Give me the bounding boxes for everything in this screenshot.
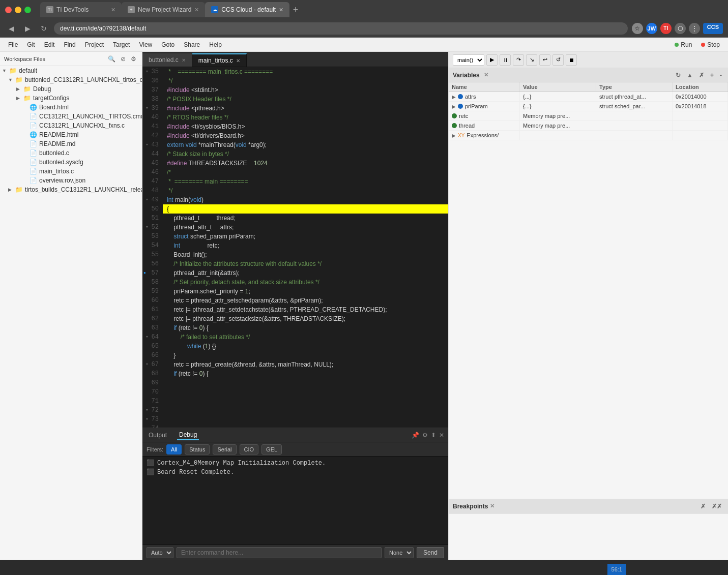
variables-delete-btn[interactable]: ✗ <box>697 71 706 79</box>
bp-delete-all-btn[interactable]: ✗✗ <box>710 502 724 510</box>
tree-item-buttonledc[interactable]: 📄 buttonled.c <box>0 148 142 158</box>
back-button[interactable]: ◀ <box>5 22 17 35</box>
tab-1-close[interactable]: ✕ <box>111 7 115 13</box>
code-line-78[interactable]: retc = pthread_create(&thread, &attrs, m… <box>163 360 448 369</box>
maximize-button[interactable] <box>24 7 31 13</box>
code-line-65[interactable]: /* Initialize the attributes structure w… <box>163 259 448 268</box>
editor-tab-maintirtos[interactable]: main_tirtos.c ✕ <box>192 53 247 67</box>
code-line-38[interactable]: #include <stdint.h> <box>163 85 448 95</box>
code-line-57[interactable]: { <box>163 204 448 214</box>
code-line-79[interactable]: if (retc != 0) { <box>163 369 448 378</box>
fold-indicator-67[interactable]: ▾ <box>145 360 148 369</box>
fold-indicator-73[interactable]: ▾ <box>145 415 148 424</box>
tree-item-buttonled[interactable]: ▼ 📁 buttonled_CC1312R1_LAUNCHXL_tirtos_c… <box>0 75 142 84</box>
auto-select[interactable]: Auto <box>147 547 173 558</box>
new-tab-button[interactable]: + <box>289 4 302 16</box>
code-line-60[interactable]: struct sched_param priParam; <box>163 232 448 241</box>
code-line-58[interactable]: pthread_t thread; <box>163 214 448 223</box>
code-line-63[interactable]: Board_init(); <box>163 250 448 259</box>
sidebar-settings-btn[interactable]: ⚙ <box>129 55 138 63</box>
code-line-56[interactable]: int main(void) <box>163 195 448 204</box>
tree-item-maintirtosc[interactable]: 📄 main_tirtos.c <box>0 167 142 176</box>
code-line-35[interactable]: * ======== main_tirtos.c ======== <box>163 67 448 76</box>
variables-minus-btn[interactable]: - <box>718 71 724 79</box>
code-line-51[interactable]: #define THREADSTACKSIZE 1024 <box>163 159 448 168</box>
debug-resume-btn[interactable]: ▶ <box>486 54 498 66</box>
tree-item-tirtos-cmd[interactable]: 📄 CC1312R1_LAUNCHXL_TIRTOS.cmd <box>0 112 142 121</box>
fold-indicator-39[interactable]: ▾ <box>145 104 148 113</box>
debug-terminate-btn[interactable]: ⏹ <box>566 54 577 66</box>
menu-view[interactable]: View <box>135 40 156 49</box>
code-line-70[interactable]: retc = pthread_attr_setschedparam(&attrs… <box>163 296 448 305</box>
code-line-68[interactable]: /* Set priority, detach state, and stack… <box>163 278 448 287</box>
tree-item-debug[interactable]: ▶ 📁 Debug <box>0 84 142 94</box>
code-line-61[interactable]: int retc; <box>163 241 448 250</box>
editor-tab-buttonled[interactable]: buttonled.c ✕ <box>142 53 192 67</box>
code-line-75[interactable]: while (1) {} <box>163 342 448 351</box>
tree-item-overviewrov[interactable]: 📄 overview.rov.json <box>0 176 142 185</box>
code-line-54[interactable]: * ======== main ======== <box>163 177 448 186</box>
none-select[interactable]: None <box>385 547 414 558</box>
profile-icon-2[interactable]: TI <box>660 23 672 34</box>
variables-add-btn[interactable]: + <box>708 71 716 79</box>
menu-project[interactable]: Project <box>81 40 108 49</box>
run-button[interactable]: Run <box>671 40 696 49</box>
code-line-53[interactable]: /* <box>163 168 448 177</box>
menu-goto[interactable]: Goto <box>157 40 179 49</box>
menu-target[interactable]: Target <box>109 40 134 49</box>
code-line-72[interactable]: retc |= pthread_attr_setstacksize(&attrs… <box>163 314 448 323</box>
bottom-close-btn[interactable]: ✕ <box>439 432 444 439</box>
bp-delete-btn[interactable]: ✗ <box>698 502 708 510</box>
editor-tab-1-close[interactable]: ✕ <box>182 57 186 63</box>
code-line-48[interactable]: extern void *mainThread(void *arg0); <box>163 140 448 149</box>
var-expand-priparam[interactable]: ▶ <box>452 104 456 109</box>
debug-step-over-btn[interactable]: ↷ <box>513 54 524 66</box>
breakpoints-close-btn[interactable]: ✕ <box>490 503 494 509</box>
command-input[interactable] <box>177 547 382 558</box>
var-expand-attrs[interactable]: ▶ <box>452 94 456 100</box>
stop-button[interactable]: Stop <box>697 40 724 49</box>
code-line-44[interactable]: #include <ti/sysbios/BIOS.h> <box>163 122 448 131</box>
code-line-71[interactable]: retc |= pthread_attr_setdetachstate(&att… <box>163 305 448 314</box>
star-icon[interactable]: ☆ <box>632 23 643 34</box>
bottom-pin-btn[interactable]: 📌 <box>412 432 419 439</box>
tree-item-readmemd[interactable]: 📄 README.md <box>0 139 142 148</box>
tree-item-targetconfigs[interactable]: ▶ 📁 targetConfigs <box>0 94 142 103</box>
code-line-43[interactable]: /* RTOS header files */ <box>163 113 448 122</box>
sidebar-collapse-btn[interactable]: ⊘ <box>119 55 127 63</box>
settings-icon[interactable]: ⋮ <box>689 23 700 34</box>
menu-find[interactable]: Find <box>60 40 79 49</box>
forward-button[interactable]: ▶ <box>21 22 34 35</box>
code-line-36[interactable]: */ <box>163 76 448 85</box>
tree-item-fxns[interactable]: 📄 CC1312R1_LAUNCHXL_fxns.c <box>0 121 142 130</box>
tree-item-boardhtml[interactable]: 🌐 Board.html <box>0 103 142 112</box>
refresh-button[interactable]: ↻ <box>38 22 50 35</box>
tree-item-default[interactable]: ▼ 📁 default <box>0 66 142 75</box>
profile-icon-1[interactable]: JW <box>646 23 657 34</box>
code-line-69[interactable]: priParam.sched_priority = 1; <box>163 287 448 296</box>
browser-tab-2[interactable]: ✦ New Project Wizard ✕ <box>122 2 205 17</box>
code-line-59[interactable]: pthread_attr_t attrs; <box>163 223 448 232</box>
browser-tab-3[interactable]: ☁ CCS Cloud - default ✕ <box>205 2 289 17</box>
filter-status[interactable]: Status <box>185 444 210 455</box>
fold-indicator-35[interactable]: ▾ <box>145 67 148 76</box>
var-expand-expressions[interactable]: ▶ <box>452 133 456 138</box>
fold-indicator-52[interactable]: ▾ <box>145 223 148 232</box>
menu-share[interactable]: Share <box>180 40 204 49</box>
tab-3-close[interactable]: ✕ <box>279 7 283 13</box>
debug-suspend-btn[interactable]: ⏸ <box>500 54 511 66</box>
code-line-50[interactable]: /* Stack size in bytes */ <box>163 149 448 159</box>
filter-gel[interactable]: GEL <box>261 444 282 455</box>
code-line-40[interactable]: /* POSIX Header files */ <box>163 95 448 104</box>
fold-indicator-64[interactable]: ▾ <box>145 332 148 342</box>
tree-item-buttonledsyscfg[interactable]: 📄 buttonled.syscfg <box>0 158 142 167</box>
code-line-46[interactable]: #include <ti/drivers/Board.h> <box>163 131 448 140</box>
debug-restart-btn[interactable]: ↺ <box>552 54 564 66</box>
debug-function-select[interactable]: main() <box>453 54 484 66</box>
variables-refresh-btn[interactable]: ↻ <box>674 71 683 79</box>
debug-tab[interactable]: Debug <box>177 430 199 440</box>
browser-tab-1[interactable]: TI TI DevTools ✕ <box>40 2 122 17</box>
fold-indicator-43[interactable]: ▾ <box>145 140 148 149</box>
tab-2-close[interactable]: ✕ <box>194 7 199 13</box>
code-line-74[interactable]: /* failed to set attributes */ <box>163 332 448 342</box>
